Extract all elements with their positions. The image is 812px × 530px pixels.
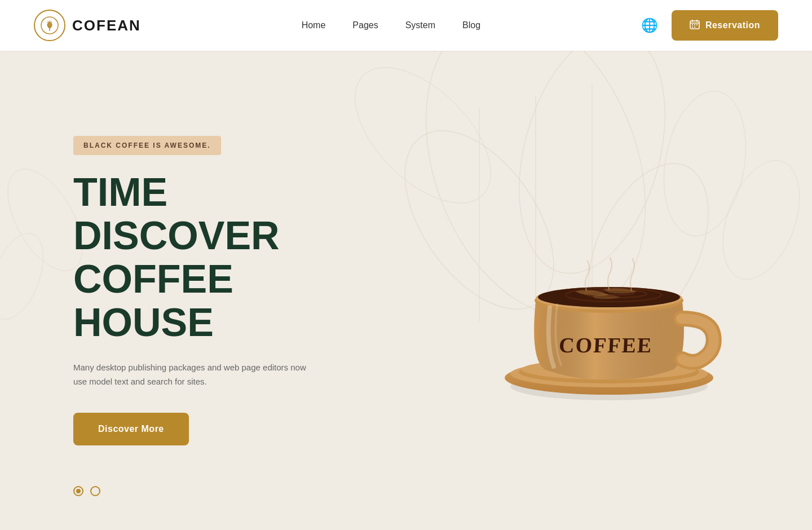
nav-item-system[interactable]: System bbox=[405, 20, 435, 30]
globe-icon: 🌐 bbox=[641, 17, 658, 33]
nav-item-blog[interactable]: Blog bbox=[462, 20, 480, 30]
nav-item-pages[interactable]: Pages bbox=[352, 20, 378, 30]
hero-title-line1: TIME DISCOVER bbox=[73, 170, 280, 258]
brand-name: COFEAN bbox=[72, 17, 141, 34]
reservation-label: Reservation bbox=[705, 20, 760, 30]
slider-dot-2[interactable] bbox=[90, 486, 100, 496]
nav-right: 🌐 Reservation bbox=[641, 10, 778, 41]
hero-section: BLACK COFFEE IS AWESOME. TIME DISCOVER C… bbox=[0, 51, 812, 530]
slider-dot-1[interactable] bbox=[73, 486, 83, 496]
nav-item-home[interactable]: Home bbox=[302, 20, 326, 30]
nav-links: Home Pages System Blog bbox=[302, 20, 480, 30]
discover-more-button[interactable]: Discover More bbox=[73, 413, 189, 445]
svg-rect-9 bbox=[692, 26, 693, 28]
calendar-icon bbox=[690, 19, 700, 32]
nav-link-home[interactable]: Home bbox=[302, 20, 326, 30]
svg-rect-10 bbox=[694, 26, 695, 28]
svg-rect-7 bbox=[694, 24, 695, 25]
logo-link[interactable]: COFEAN bbox=[34, 10, 141, 41]
logo-icon-wrapper bbox=[34, 10, 65, 41]
hero-title-line2: COFFEE HOUSE bbox=[73, 257, 233, 344]
svg-point-22 bbox=[0, 226, 54, 326]
nav-link-blog[interactable]: Blog bbox=[462, 20, 480, 30]
logo-icon bbox=[41, 16, 59, 34]
hero-badge: BLACK COFFEE IS AWESOME. bbox=[73, 136, 221, 155]
globe-button[interactable]: 🌐 bbox=[641, 17, 658, 33]
svg-text:COFFEE: COFFEE bbox=[558, 333, 653, 357]
hero-title: TIME DISCOVER COFFEE HOUSE bbox=[73, 171, 367, 344]
reservation-button[interactable]: Reservation bbox=[672, 10, 778, 41]
hero-description: Many desktop publishing packages and web… bbox=[73, 360, 321, 389]
hero-image-area: COFFEE bbox=[451, 132, 767, 448]
slider-dots bbox=[73, 486, 100, 496]
svg-rect-6 bbox=[692, 24, 693, 25]
nav-link-pages[interactable]: Pages bbox=[352, 20, 378, 30]
svg-rect-8 bbox=[696, 24, 698, 25]
navbar: COFEAN Home Pages System Blog 🌐 bbox=[0, 0, 812, 51]
nav-link-system[interactable]: System bbox=[405, 20, 435, 30]
coffee-cup-illustration: COFFEE bbox=[462, 144, 756, 437]
hero-content: BLACK COFFEE IS AWESOME. TIME DISCOVER C… bbox=[73, 136, 367, 445]
